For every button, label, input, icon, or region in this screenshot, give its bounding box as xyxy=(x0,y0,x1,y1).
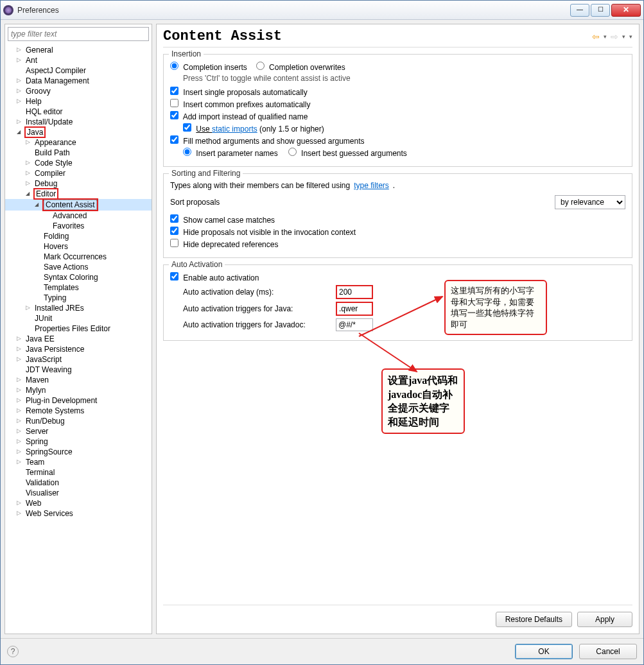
tree-arrow-icon[interactable] xyxy=(17,366,24,374)
tree-arrow-icon[interactable] xyxy=(35,243,42,250)
tree-arrow-icon[interactable] xyxy=(17,397,24,404)
insert-common-checkbox[interactable]: Insert common prefixes automatically xyxy=(170,99,310,109)
tree-item-team[interactable]: Team xyxy=(5,457,152,467)
tree-arrow-icon[interactable] xyxy=(17,510,24,517)
restore-defaults-button[interactable]: Restore Defaults xyxy=(496,612,572,627)
tree-arrow-icon[interactable] xyxy=(17,118,24,126)
tree-item-installed-jres[interactable]: Installed JREs xyxy=(5,303,152,313)
tree-item-editor[interactable]: Editor xyxy=(5,189,152,199)
tree-item-java-ee[interactable]: Java EE xyxy=(5,334,152,344)
tree-item-validation[interactable]: Validation xyxy=(5,478,152,488)
back-menu-icon[interactable]: ▾ xyxy=(604,33,607,40)
camel-case-checkbox[interactable]: Show camel case matches xyxy=(170,214,275,225)
tree-arrow-icon[interactable] xyxy=(26,149,33,157)
tree-arrow-icon[interactable] xyxy=(17,56,24,64)
insert-best-guessed-radio[interactable]: Insert best guessed arguments xyxy=(288,148,407,158)
tree-item-aspectj-compiler[interactable]: AspectJ Compiler xyxy=(5,65,152,76)
tree-item-hovers[interactable]: Hovers xyxy=(5,241,152,252)
tree-item-jdt-weaving[interactable]: JDT Weaving xyxy=(5,365,152,375)
minimize-button[interactable]: — xyxy=(570,4,589,17)
insert-single-checkbox[interactable]: Insert single proposals automatically xyxy=(170,87,308,97)
cancel-button[interactable]: Cancel xyxy=(579,644,637,659)
fill-method-checkbox[interactable]: Fill method arguments and show guessed a… xyxy=(170,135,365,146)
ok-button[interactable]: OK xyxy=(515,644,573,659)
type-filters-link[interactable]: type filters xyxy=(354,181,389,190)
tree-item-groovy[interactable]: Groovy xyxy=(5,86,152,96)
tree-item-run-debug[interactable]: Run/Debug xyxy=(5,416,152,426)
tree-item-maven[interactable]: Maven xyxy=(5,375,152,385)
tree-item-mylyn[interactable]: Mylyn xyxy=(5,385,152,395)
tree-arrow-icon[interactable] xyxy=(44,212,51,220)
tree-arrow-icon[interactable] xyxy=(26,325,33,332)
tree-arrow-icon[interactable] xyxy=(17,335,24,343)
tree-arrow-icon[interactable] xyxy=(17,386,24,394)
tree-item-content-assist[interactable]: Content Assist xyxy=(5,199,152,211)
forward-arrow-icon[interactable]: ⇨ xyxy=(611,31,618,42)
tree-item-springsource[interactable]: SpringSource xyxy=(5,447,152,457)
tree-arrow-icon[interactable] xyxy=(35,232,42,240)
tree-item-visualiser[interactable]: Visualiser xyxy=(5,488,152,498)
tree-arrow-icon[interactable] xyxy=(35,201,42,209)
tree-item-typing[interactable]: Typing xyxy=(5,293,152,303)
insert-param-names-radio[interactable]: Insert parameter names xyxy=(183,148,278,158)
tree-item-install-update[interactable]: Install/Update xyxy=(5,117,152,127)
tree-arrow-icon[interactable] xyxy=(17,448,24,456)
delay-input[interactable] xyxy=(336,285,373,299)
tree-arrow-icon[interactable] xyxy=(17,345,24,353)
tree-arrow-icon[interactable] xyxy=(17,108,24,116)
forward-menu-icon[interactable]: ▾ xyxy=(622,33,625,40)
tree-arrow-icon[interactable] xyxy=(26,315,33,322)
tree-item-compiler[interactable]: Compiler xyxy=(5,168,152,178)
tree-item-appearance[interactable]: Appearance xyxy=(5,137,152,148)
tree-item-java[interactable]: Java xyxy=(5,127,152,137)
hide-invisible-checkbox[interactable]: Hide proposals not visible in the invoca… xyxy=(170,227,356,237)
tree-arrow-icon[interactable] xyxy=(26,304,33,312)
tree-item-spring[interactable]: Spring xyxy=(5,436,152,447)
tree-arrow-icon[interactable] xyxy=(35,253,42,261)
tree-arrow-icon[interactable] xyxy=(26,180,33,187)
tree-arrow-icon[interactable] xyxy=(44,222,51,230)
add-import-checkbox[interactable]: Add import instead of qualified name xyxy=(170,111,308,121)
tree-arrow-icon[interactable] xyxy=(26,159,33,167)
tree-item-javascript[interactable]: JavaScript xyxy=(5,354,152,365)
tree-arrow-icon[interactable] xyxy=(17,489,24,497)
tree-arrow-icon[interactable] xyxy=(35,294,42,302)
tree-arrow-icon[interactable] xyxy=(17,77,24,85)
tree-item-junit[interactable]: JUnit xyxy=(5,313,152,324)
tree-arrow-icon[interactable] xyxy=(35,273,42,281)
tree-arrow-icon[interactable] xyxy=(26,190,33,198)
view-menu-icon[interactable]: ▾ xyxy=(629,33,632,40)
static-imports-link[interactable]: static imports xyxy=(212,125,257,134)
tree-arrow-icon[interactable] xyxy=(26,169,33,177)
tree-arrow-icon[interactable] xyxy=(17,407,24,415)
back-arrow-icon[interactable]: ⇦ xyxy=(592,31,600,42)
tree-arrow-icon[interactable] xyxy=(35,263,42,271)
tree-item-properties-files-editor[interactable]: Properties Files Editor xyxy=(5,324,152,334)
tree-item-general[interactable]: General xyxy=(5,45,152,55)
tree-arrow-icon[interactable] xyxy=(17,499,24,507)
tree-arrow-icon[interactable] xyxy=(17,417,24,425)
javadoc-triggers-input[interactable] xyxy=(336,318,373,331)
tree-item-save-actions[interactable]: Save Actions xyxy=(5,262,152,272)
tree-item-mark-occurrences[interactable]: Mark Occurrences xyxy=(5,252,152,262)
tree-item-build-path[interactable]: Build Path xyxy=(5,148,152,158)
tree-item-help[interactable]: Help xyxy=(5,96,152,107)
tree-item-data-management[interactable]: Data Management xyxy=(5,76,152,86)
filter-input[interactable] xyxy=(8,27,149,41)
tree-arrow-icon[interactable] xyxy=(17,98,24,105)
tree-item-code-style[interactable]: Code Style xyxy=(5,158,152,168)
enable-auto-activation-checkbox[interactable]: Enable auto activation xyxy=(170,272,259,282)
java-triggers-input[interactable] xyxy=(336,302,373,316)
sort-proposals-combo[interactable]: by relevance xyxy=(555,195,625,209)
tree-item-terminal[interactable]: Terminal xyxy=(5,467,152,478)
tree-arrow-icon[interactable] xyxy=(17,479,24,487)
tree-item-syntax-coloring[interactable]: Syntax Coloring xyxy=(5,272,152,282)
tree-arrow-icon[interactable] xyxy=(17,428,24,435)
tree-arrow-icon[interactable] xyxy=(17,376,24,384)
tree-arrow-icon[interactable] xyxy=(17,356,24,363)
tree-arrow-icon[interactable] xyxy=(26,139,33,146)
help-icon[interactable]: ? xyxy=(7,646,19,657)
hide-deprecated-checkbox[interactable]: Hide deprecated references xyxy=(170,239,278,249)
tree-item-debug[interactable]: Debug xyxy=(5,178,152,189)
tree-item-web-services[interactable]: Web Services xyxy=(5,508,152,519)
